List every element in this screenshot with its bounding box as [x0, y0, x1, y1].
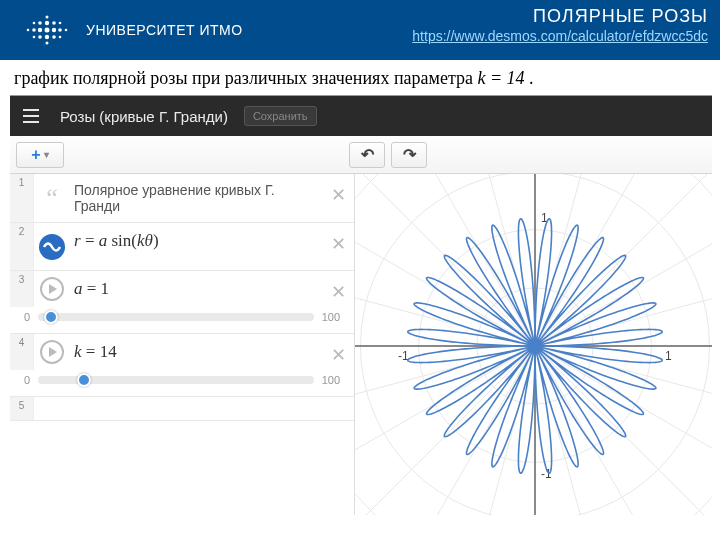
row-index: 4 — [10, 334, 34, 370]
header-right: ПОЛЯРНЫЕ РОЗЫ https://www.desmos.com/cal… — [412, 6, 708, 45]
subtitle-prefix: график полярной розы при различных значе… — [14, 68, 477, 88]
slider-k[interactable]: 0 100 — [10, 370, 354, 396]
list-item[interactable]: 4 k = 14 ✕ 0 100 — [10, 334, 354, 397]
slider-label[interactable]: a = 1 — [70, 271, 354, 307]
equation-text[interactable]: r = a sin(kθ) — [70, 223, 354, 270]
slider-a[interactable]: 0 100 — [10, 307, 354, 333]
svg-line-46 — [535, 174, 660, 346]
subtitle-param: k = 14 — [477, 68, 524, 88]
note-text[interactable]: Полярное уравнение кривых Г. Гранди — [70, 174, 354, 222]
svg-point-15 — [33, 22, 36, 25]
delete-row-button[interactable]: ✕ — [331, 184, 346, 206]
svg-point-13 — [27, 29, 30, 32]
empty-row[interactable] — [34, 397, 354, 420]
svg-point-11 — [46, 16, 49, 19]
slider-play-button[interactable] — [34, 271, 70, 307]
itmo-logo-icon — [20, 12, 74, 48]
list-item[interactable]: 1 “ Полярное уравнение кривых Г. Гранди … — [10, 174, 354, 223]
svg-line-42 — [410, 174, 535, 346]
svg-point-8 — [52, 21, 56, 25]
note-glyph: “ — [34, 174, 70, 222]
graph-canvas[interactable]: 1 -1 1 -1 — [355, 174, 712, 515]
delete-row-button[interactable]: ✕ — [331, 233, 346, 255]
svg-line-43 — [470, 174, 535, 346]
redo-button[interactable]: ↷ — [391, 142, 427, 168]
svg-line-45 — [535, 174, 600, 346]
slider-max[interactable]: 100 — [322, 374, 340, 386]
row-index: 5 — [10, 397, 34, 420]
undo-button[interactable]: ↶ — [349, 142, 385, 168]
svg-point-0 — [45, 28, 50, 33]
quote-icon: “ — [46, 183, 58, 213]
svg-point-5 — [32, 28, 36, 32]
slider-track[interactable] — [38, 376, 314, 384]
chevron-down-icon: ▾ — [44, 149, 49, 160]
desmos-link[interactable]: https://www.desmos.com/calculator/efdzwc… — [412, 28, 708, 44]
list-item[interactable]: 2 r = a sin(kθ) ✕ — [10, 223, 354, 271]
app-toolbar: +▾ ↶ ↷ — [10, 136, 712, 174]
list-item[interactable]: 5 — [10, 397, 354, 421]
row-index: 1 — [10, 174, 34, 222]
play-icon — [40, 277, 64, 301]
page-title: ПОЛЯРНЫЕ РОЗЫ — [412, 6, 708, 27]
undo-icon: ↶ — [361, 145, 374, 164]
app-body: 1 “ Полярное уравнение кривых Г. Гранди … — [10, 174, 712, 515]
slider-label[interactable]: k = 14 — [70, 334, 354, 370]
slider-min[interactable]: 0 — [24, 374, 30, 386]
plus-icon: + — [31, 146, 40, 164]
row-index: 2 — [10, 223, 34, 270]
file-name[interactable]: Розы (кривые Г. Гранди) — [52, 108, 236, 125]
slider-thumb[interactable] — [77, 373, 91, 387]
svg-point-17 — [33, 36, 36, 39]
add-expression-button[interactable]: +▾ — [16, 142, 64, 168]
logo-text: УНИВЕРСИТЕТ ИТМО — [86, 22, 243, 38]
svg-point-12 — [46, 42, 49, 45]
slider-track[interactable] — [38, 313, 314, 321]
svg-point-6 — [58, 28, 62, 32]
axis-tick: 1 — [665, 349, 672, 363]
svg-point-3 — [45, 21, 49, 25]
svg-point-9 — [38, 35, 42, 39]
polar-plot: 1 -1 1 -1 — [355, 174, 712, 515]
svg-point-7 — [38, 21, 42, 25]
wave-icon — [39, 234, 65, 260]
save-button[interactable]: Сохранить — [244, 106, 317, 126]
slider-play-button[interactable] — [34, 334, 70, 370]
delete-row-button[interactable]: ✕ — [331, 281, 346, 303]
logo-area: УНИВЕРСИТЕТ ИТМО — [20, 12, 243, 48]
svg-point-18 — [59, 36, 62, 39]
svg-point-10 — [52, 35, 56, 39]
delete-row-button[interactable]: ✕ — [331, 344, 346, 366]
row-index: 3 — [10, 271, 34, 307]
list-item[interactable]: 3 a = 1 ✕ 0 100 — [10, 271, 354, 334]
hamburger-icon — [21, 106, 41, 126]
slider-min[interactable]: 0 — [24, 311, 30, 323]
desmos-app: Розы (кривые Г. Гранди) Сохранить +▾ ↶ ↷… — [10, 95, 712, 515]
app-topbar: Розы (кривые Г. Гранди) Сохранить — [10, 96, 712, 136]
svg-point-16 — [59, 22, 62, 25]
play-icon — [40, 340, 64, 364]
svg-point-14 — [65, 29, 68, 32]
subtitle-suffix: . — [529, 68, 534, 88]
svg-point-2 — [52, 28, 56, 32]
expression-panel: 1 “ Полярное уравнение кривых Г. Гранди … — [10, 174, 355, 515]
redo-icon: ↷ — [403, 145, 416, 164]
svg-point-4 — [45, 35, 49, 39]
svg-point-1 — [38, 28, 42, 32]
hamburger-button[interactable] — [10, 96, 52, 136]
slide-header: УНИВЕРСИТЕТ ИТМО ПОЛЯРНЫЕ РОЗЫ https://w… — [0, 0, 720, 60]
slider-thumb[interactable] — [44, 310, 58, 324]
subtitle: график полярной розы при различных значе… — [0, 60, 720, 95]
equation-toggle[interactable] — [34, 223, 70, 270]
slider-max[interactable]: 100 — [322, 311, 340, 323]
